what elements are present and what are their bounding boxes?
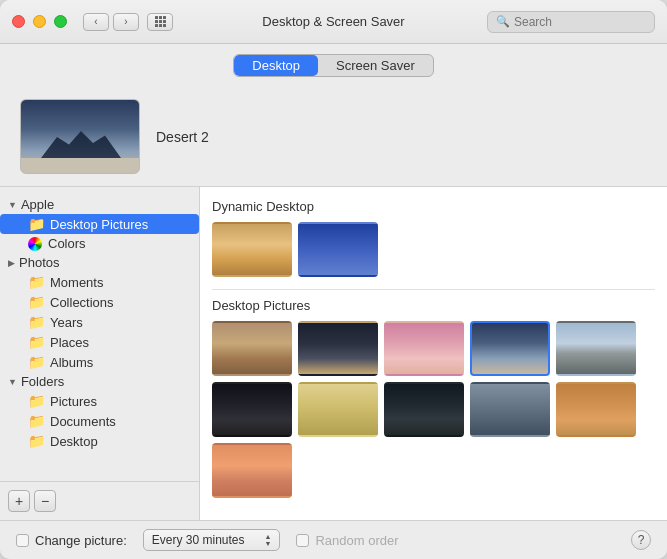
sidebar-item-desktop-pictures[interactable]: 📁 Desktop Pictures [0, 214, 199, 234]
change-picture-group: Change picture: [16, 533, 127, 548]
folder-icon: 📁 [28, 354, 44, 370]
section-divider [212, 289, 655, 290]
preview-mountain [41, 128, 121, 158]
thumb-dp2[interactable] [298, 321, 378, 376]
random-order-label: Random order [315, 533, 398, 548]
grid-button[interactable] [147, 13, 173, 31]
sidebar-item-colors-label: Colors [48, 236, 86, 251]
sidebar-footer: + − [0, 481, 199, 520]
interval-dropdown[interactable]: Every 30 minutes ▲ ▼ [143, 529, 281, 551]
sidebar-section-folders[interactable]: ▼ Folders [0, 372, 199, 391]
add-button[interactable]: + [8, 490, 30, 512]
tab-group: Desktop Screen Saver [233, 54, 433, 77]
sidebar-section-photos[interactable]: ▶ Photos [0, 253, 199, 272]
thumb-dd1[interactable] [212, 222, 292, 277]
dynamic-desktop-grid [212, 222, 655, 277]
sidebar-item-places-label: Places [50, 335, 89, 350]
folder-icon: 📁 [28, 433, 44, 449]
sidebar-item-pictures-label: Pictures [50, 394, 97, 409]
folder-icon: 📁 [28, 334, 44, 350]
thumb-dp5[interactable] [556, 321, 636, 376]
sidebar-content: ▼ Apple 📁 Desktop Pictures Colors ▶ Phot… [0, 187, 199, 481]
change-picture-label: Change picture: [35, 533, 127, 548]
interval-value: Every 30 minutes [152, 533, 245, 547]
dropdown-arrows-icon: ▲ ▼ [265, 533, 272, 547]
help-button[interactable]: ? [631, 530, 651, 550]
sidebar-item-albums[interactable]: 📁 Albums [0, 352, 199, 372]
thumb-dp9[interactable] [470, 382, 550, 437]
titlebar: ‹ › Desktop & Screen Saver 🔍 [0, 0, 667, 44]
tab-desktop[interactable]: Desktop [234, 55, 318, 76]
grid-icon [155, 16, 166, 27]
folder-icon: 📁 [28, 413, 44, 429]
thumb-dd2[interactable] [298, 222, 378, 277]
minimize-button[interactable] [33, 15, 46, 28]
change-picture-checkbox[interactable] [16, 534, 29, 547]
sidebar-item-colors[interactable]: Colors [0, 234, 199, 253]
sidebar-item-years-label: Years [50, 315, 83, 330]
sidebar-item-desktop-folder-label: Desktop [50, 434, 98, 449]
section-label-desktop: Desktop Pictures [212, 298, 655, 313]
folder-icon: 📁 [28, 393, 44, 409]
thumb-dp3[interactable] [384, 321, 464, 376]
sidebar-section-apple[interactable]: ▼ Apple [0, 195, 199, 214]
main-window: ‹ › Desktop & Screen Saver 🔍 Desktop Scr… [0, 0, 667, 559]
sidebar-item-pictures[interactable]: 📁 Pictures [0, 391, 199, 411]
bottom-bar: Change picture: Every 30 minutes ▲ ▼ Ran… [0, 520, 667, 559]
search-input[interactable] [514, 15, 646, 29]
nav-buttons: ‹ › [83, 13, 139, 31]
sidebar: ▼ Apple 📁 Desktop Pictures Colors ▶ Phot… [0, 187, 200, 520]
tab-bar: Desktop Screen Saver [0, 44, 667, 87]
main-content: Dynamic Desktop Desktop Pictures [200, 187, 667, 520]
random-order-group: Random order [296, 533, 398, 548]
sidebar-item-desktop-folder[interactable]: 📁 Desktop [0, 431, 199, 451]
traffic-lights [12, 15, 67, 28]
sidebar-item-collections-label: Collections [50, 295, 114, 310]
thumb-dp10[interactable] [556, 382, 636, 437]
collapse-arrow-folders-icon: ▼ [8, 377, 17, 387]
sidebar-item-albums-label: Albums [50, 355, 93, 370]
sidebar-item-years[interactable]: 📁 Years [0, 312, 199, 332]
maximize-button[interactable] [54, 15, 67, 28]
sidebar-item-places[interactable]: 📁 Places [0, 332, 199, 352]
folder-icon: 📁 [28, 314, 44, 330]
sidebar-section-apple-label: Apple [21, 197, 54, 212]
folder-icon: 📁 [28, 216, 44, 232]
thumb-dp6[interactable] [212, 382, 292, 437]
sidebar-section-photos-label: Photos [19, 255, 59, 270]
main-split: ▼ Apple 📁 Desktop Pictures Colors ▶ Phot… [0, 187, 667, 520]
sidebar-item-desktop-pictures-label: Desktop Pictures [50, 217, 148, 232]
sidebar-item-documents[interactable]: 📁 Documents [0, 411, 199, 431]
preview-ground [21, 158, 139, 173]
thumb-dp4[interactable] [470, 321, 550, 376]
close-button[interactable] [12, 15, 25, 28]
thumb-dp7[interactable] [298, 382, 378, 437]
search-box[interactable]: 🔍 [487, 11, 655, 33]
random-order-checkbox[interactable] [296, 534, 309, 547]
collapse-arrow-icon: ▼ [8, 200, 17, 210]
preview-area: Desert 2 [0, 87, 667, 187]
thumb-dp1[interactable] [212, 321, 292, 376]
sidebar-section-folders-label: Folders [21, 374, 64, 389]
thumb-dp11[interactable] [212, 443, 292, 498]
window-title: Desktop & Screen Saver [262, 14, 404, 29]
preview-thumbnail [20, 99, 140, 174]
folder-icon: 📁 [28, 274, 44, 290]
sidebar-item-documents-label: Documents [50, 414, 116, 429]
color-wheel-icon [28, 237, 42, 251]
sidebar-item-collections[interactable]: 📁 Collections [0, 292, 199, 312]
tab-screensaver[interactable]: Screen Saver [318, 55, 433, 76]
sidebar-item-moments[interactable]: 📁 Moments [0, 272, 199, 292]
preview-name: Desert 2 [156, 129, 209, 145]
thumb-dp8[interactable] [384, 382, 464, 437]
section-label-dynamic: Dynamic Desktop [212, 199, 655, 214]
collapse-arrow-photos-icon: ▶ [8, 258, 15, 268]
desktop-pictures-grid [212, 321, 655, 498]
remove-button[interactable]: − [34, 490, 56, 512]
forward-button[interactable]: › [113, 13, 139, 31]
back-button[interactable]: ‹ [83, 13, 109, 31]
search-icon: 🔍 [496, 15, 510, 28]
folder-icon: 📁 [28, 294, 44, 310]
sidebar-item-moments-label: Moments [50, 275, 103, 290]
